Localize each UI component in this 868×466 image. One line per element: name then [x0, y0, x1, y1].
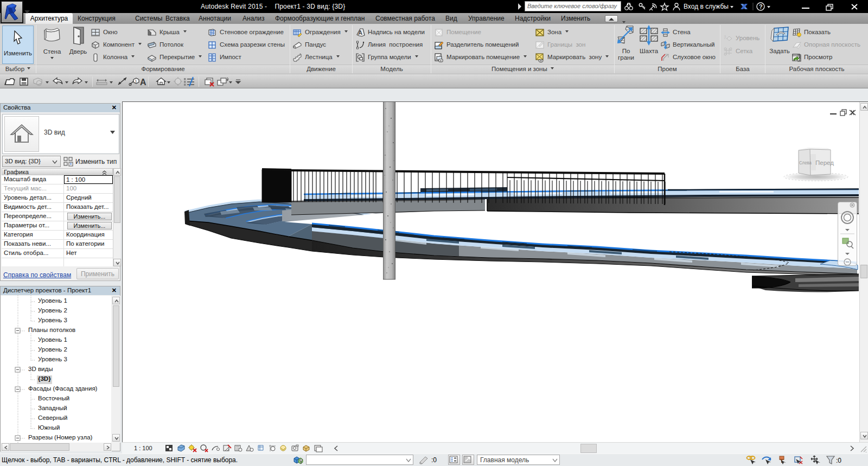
- svg-text:Вход в службы: Вход в службы: [684, 3, 729, 10]
- svg-text:A: A: [140, 78, 146, 87]
- svg-text:Перед: Перед: [815, 159, 834, 166]
- svg-text:A: A: [358, 29, 362, 36]
- svg-text:1: 1: [135, 79, 137, 84]
- svg-text:?: ?: [759, 3, 763, 10]
- svg-text:Слева: Слева: [799, 159, 812, 165]
- svg-text:1: 1: [724, 35, 726, 38]
- svg-text::0: :0: [836, 457, 841, 464]
